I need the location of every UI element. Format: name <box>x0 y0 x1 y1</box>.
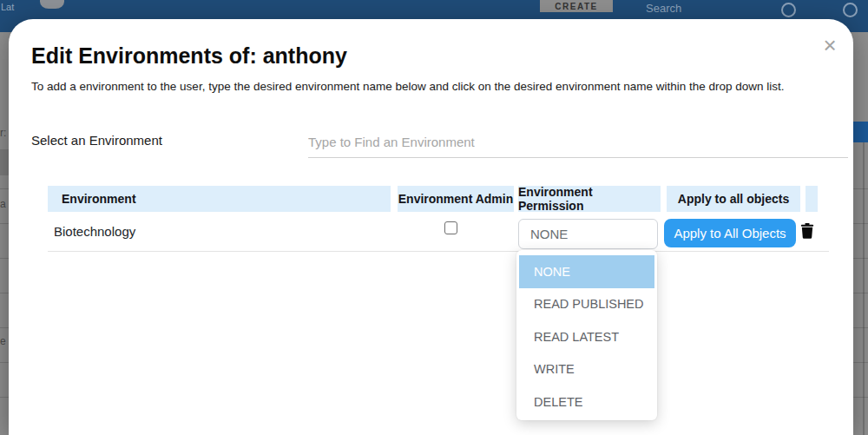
environment-name-cell: Biotechnology <box>54 224 135 239</box>
search-icon[interactable] <box>781 3 796 17</box>
apply-to-all-objects-button[interactable]: Apply to All Objects <box>664 219 796 247</box>
column-header-environment-admin: Environment Admin <box>398 186 514 212</box>
modal-description: To add a environment to the user, type t… <box>31 80 838 93</box>
screen: r: a e Lat CREATE Search × Edit Environm… <box>0 0 868 435</box>
column-header-apply-to-all: Apply to all objects <box>667 186 800 212</box>
edit-environments-modal: × Edit Environments of: anthony To add a… <box>9 19 853 435</box>
delete-environment-button[interactable] <box>800 223 814 239</box>
dropdown-option-delete[interactable]: DELETE <box>516 386 657 419</box>
close-icon[interactable]: × <box>816 31 844 59</box>
trash-icon <box>800 223 814 239</box>
bg-text-fragment: r: <box>0 127 6 139</box>
help-icon[interactable] <box>843 3 858 17</box>
modal-title: Edit Environments of: anthony <box>31 43 347 69</box>
column-header-environment-permission: Environment Permission <box>518 186 661 212</box>
permission-select[interactable]: NONE <box>518 219 658 249</box>
dropdown-option-read-latest[interactable]: READ LATEST <box>516 320 657 353</box>
create-button[interactable]: CREATE <box>540 0 613 12</box>
column-header-environment: Environment <box>48 186 391 212</box>
dropdown-option-read-published[interactable]: READ PUBLISHED <box>516 288 657 321</box>
bg-blue-row-fragment <box>853 122 868 142</box>
environment-admin-checkbox[interactable] <box>444 221 457 234</box>
permission-dropdown-list: NONE READ PUBLISHED READ LATEST WRITE DE… <box>516 250 657 420</box>
bg-text-fragment: e <box>0 335 6 347</box>
dropdown-option-none[interactable]: NONE <box>519 255 654 288</box>
avatar <box>40 0 64 9</box>
navbar-latest-label: Lat <box>1 2 14 12</box>
select-environment-label: Select an Environment <box>31 133 162 148</box>
page-scrollbar[interactable] <box>863 142 865 435</box>
dropdown-option-write[interactable]: WRITE <box>516 353 657 386</box>
bg-text-fragment: a <box>0 198 6 210</box>
search-input[interactable]: Search <box>646 2 681 15</box>
environment-search-input[interactable] <box>308 127 848 158</box>
column-header-delete <box>806 186 818 212</box>
